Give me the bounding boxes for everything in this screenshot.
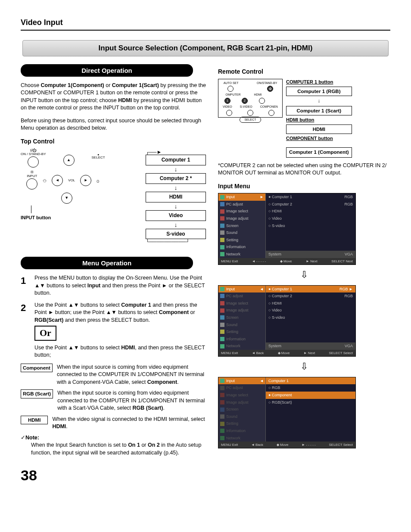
top-control-title: Top Control xyxy=(21,137,206,146)
remote-control-title: Remote Control xyxy=(218,68,390,76)
def-component: Component When the input source is comin… xyxy=(21,364,206,386)
input-button-label: INPUT button xyxy=(21,215,105,220)
remote-control-diagram: AUTO SETON/STAND-BY ⏻ OMPUTERHDMI 12 VID… xyxy=(218,79,390,158)
page-header: Video Input xyxy=(21,17,390,31)
top-control-panel: I/⏻ ON / STAND-BY ▲ ● SELECT ⊟ INPUT xyxy=(21,149,105,220)
def-hdmi: HDMI When the video signal is connected … xyxy=(21,416,206,431)
arrow-down-icon: ⇩ xyxy=(218,268,390,282)
section-banner: Input Source Selection (Component, RGB S… xyxy=(22,40,389,56)
input-menu-screen-2: Input◄ PC adjust Image select Image adju… xyxy=(218,285,356,357)
direct-operation-p1: Choose Computer 1(Component) or Computer… xyxy=(21,82,206,112)
def-rgb-scart: RGB (Scart) When the input source is com… xyxy=(21,389,206,412)
input-cycle-flow: ┌──► Computer 1 ↓ Computer 2 * ↓ HDMI ↓ … xyxy=(146,149,206,246)
step-1: 1 Press the MENU button to display the O… xyxy=(21,274,206,297)
note: ✓Note: When the Input Search function is… xyxy=(21,434,206,457)
input-menu-screen-3: Input◄ PC adjust Image select Image adju… xyxy=(218,377,356,449)
menu-operation-title: Menu Operation xyxy=(21,257,193,269)
input-menu-title: Input Menu xyxy=(218,182,390,191)
or-box: Or xyxy=(34,326,56,341)
input-menu-screen-1: Input► PC adjust Image select Image adju… xyxy=(218,193,356,265)
step-2: 2 Use the Point ▲▼ buttons to select Com… xyxy=(21,302,206,359)
remote-footnote: *COMPUTER 2 can not be selected when usi… xyxy=(218,162,390,177)
arrow-down-icon: ⇩ xyxy=(218,360,390,373)
direct-operation-p2: Before using these buttons, correct inpu… xyxy=(21,117,206,132)
direct-operation-title: Direct Operation xyxy=(21,64,193,77)
page-number: 38 xyxy=(21,465,390,486)
